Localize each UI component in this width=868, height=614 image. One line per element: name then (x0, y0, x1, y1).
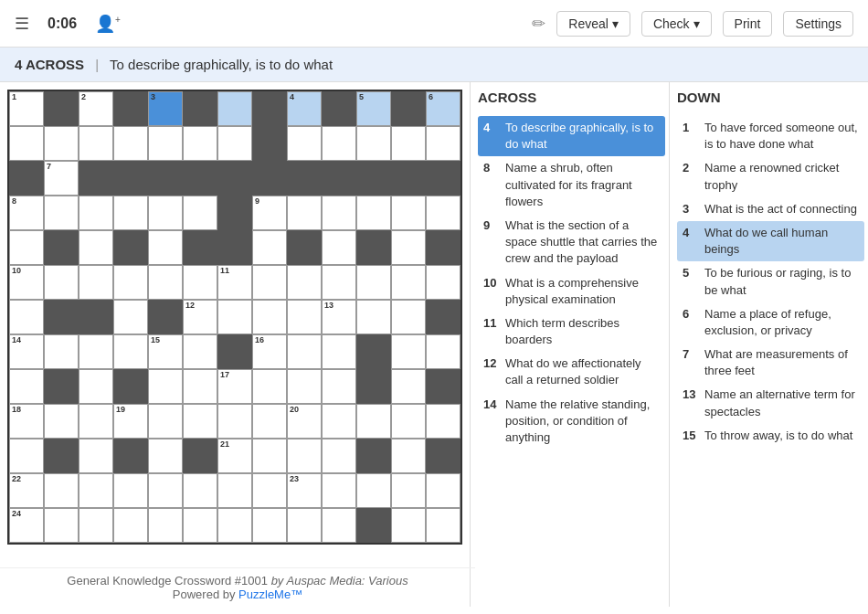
grid-cell-5-11[interactable] (391, 265, 426, 300)
grid-cell-2-5[interactable] (183, 161, 217, 196)
grid-cell-4-6[interactable] (217, 230, 252, 265)
grid-cell-6-5[interactable]: 12 (183, 300, 217, 334)
grid-cell-12-3[interactable] (113, 508, 148, 543)
grid-cell-4-8[interactable] (287, 230, 322, 265)
grid-cell-10-9[interactable] (322, 439, 356, 473)
grid-cell-2-10[interactable] (356, 161, 391, 196)
grid-cell-12-9[interactable] (322, 508, 356, 543)
grid-cell-9-11[interactable] (391, 404, 426, 439)
grid-cell-6-1[interactable] (44, 300, 79, 334)
grid-cell-7-8[interactable] (287, 334, 322, 369)
reveal-button[interactable]: Reveal ▾ (556, 11, 630, 37)
print-button[interactable]: Print (723, 11, 773, 37)
grid-cell-8-7[interactable] (252, 369, 287, 404)
grid-cell-6-6[interactable] (217, 300, 252, 334)
grid-cell-5-9[interactable] (322, 265, 356, 300)
down-clue-2[interactable]: 2Name a renowned cricket trophy (677, 156, 864, 196)
grid-cell-11-1[interactable] (44, 473, 79, 508)
grid-cell-9-4[interactable] (148, 404, 183, 439)
grid-cell-1-12[interactable] (426, 126, 460, 161)
grid-cell-0-0[interactable]: 1 (9, 91, 44, 126)
grid-cell-2-3[interactable] (113, 161, 148, 196)
grid-cell-0-3[interactable] (113, 91, 148, 126)
grid-cell-8-2[interactable] (79, 369, 113, 404)
grid-cell-5-6[interactable]: 11 (217, 265, 252, 300)
grid-cell-1-9[interactable] (322, 126, 356, 161)
grid-cell-10-2[interactable] (79, 439, 113, 473)
grid-cell-0-10[interactable]: 5 (356, 91, 391, 126)
across-clue-14[interactable]: 14Name the relative standing, position, … (478, 393, 665, 450)
grid-cell-12-10[interactable] (356, 508, 391, 543)
crossword-grid[interactable]: 123456789101112131415161718192021222324 (7, 90, 462, 545)
grid-cell-4-2[interactable] (79, 230, 113, 265)
grid-cell-12-12[interactable] (426, 508, 460, 543)
grid-cell-1-3[interactable] (113, 126, 148, 161)
down-clue-5[interactable]: 5To be furious or raging, is to be what (677, 261, 864, 302)
grid-cell-2-4[interactable] (148, 161, 183, 196)
grid-cell-6-4[interactable] (148, 300, 183, 334)
grid-cell-12-7[interactable] (252, 508, 287, 543)
grid-cell-1-10[interactable] (356, 126, 391, 161)
grid-cell-9-0[interactable]: 18 (9, 404, 44, 439)
grid-cell-8-12[interactable] (426, 369, 460, 404)
grid-cell-6-10[interactable] (356, 300, 391, 334)
grid-cell-4-3[interactable] (113, 230, 148, 265)
grid-cell-2-6[interactable] (217, 161, 252, 196)
grid-cell-7-3[interactable] (113, 334, 148, 369)
grid-cell-4-1[interactable] (44, 230, 79, 265)
grid-cell-6-2[interactable] (79, 300, 113, 334)
grid-cell-8-11[interactable] (391, 369, 426, 404)
grid-cell-9-7[interactable] (252, 404, 287, 439)
grid-cell-10-6[interactable]: 21 (217, 439, 252, 473)
grid-cell-12-2[interactable] (79, 508, 113, 543)
grid-cell-11-2[interactable] (79, 473, 113, 508)
settings-button[interactable]: Settings (783, 11, 853, 37)
grid-cell-0-2[interactable]: 2 (79, 91, 113, 126)
grid-cell-8-6[interactable]: 17 (217, 369, 252, 404)
grid-cell-3-9[interactable] (322, 196, 356, 230)
grid-cell-5-3[interactable] (113, 265, 148, 300)
across-clue-4[interactable]: 4To describe graphically, is to do what (478, 116, 665, 156)
grid-cell-7-11[interactable] (391, 334, 426, 369)
grid-cell-0-1[interactable] (44, 91, 79, 126)
grid-cell-9-9[interactable] (322, 404, 356, 439)
grid-cell-11-8[interactable]: 23 (287, 473, 322, 508)
grid-cell-11-9[interactable] (322, 473, 356, 508)
grid-cell-3-0[interactable]: 8 (9, 196, 44, 230)
grid-cell-11-4[interactable] (148, 473, 183, 508)
grid-cell-7-7[interactable]: 16 (252, 334, 287, 369)
down-clue-4[interactable]: 4What do we call human beings (677, 221, 864, 261)
grid-cell-2-12[interactable] (426, 161, 460, 196)
grid-cell-11-12[interactable] (426, 473, 460, 508)
down-clue-6[interactable]: 6Name a place of refuge, exclusion, or p… (677, 302, 864, 343)
grid-cell-6-12[interactable] (426, 300, 460, 334)
grid-cell-0-5[interactable] (183, 91, 217, 126)
grid-cell-10-3[interactable] (113, 439, 148, 473)
grid-cell-5-8[interactable] (287, 265, 322, 300)
across-clue-12[interactable]: 12What do we affectionately call a retur… (478, 352, 665, 392)
grid-cell-7-1[interactable] (44, 334, 79, 369)
grid-cell-10-10[interactable] (356, 439, 391, 473)
grid-cell-2-8[interactable] (287, 161, 322, 196)
grid-cell-11-3[interactable] (113, 473, 148, 508)
grid-cell-1-1[interactable] (44, 126, 79, 161)
grid-cell-8-1[interactable] (44, 369, 79, 404)
grid-cell-12-4[interactable] (148, 508, 183, 543)
grid-cell-5-4[interactable] (148, 265, 183, 300)
grid-cell-6-0[interactable] (9, 300, 44, 334)
grid-cell-4-12[interactable] (426, 230, 460, 265)
grid-cell-12-11[interactable] (391, 508, 426, 543)
grid-cell-0-7[interactable] (252, 91, 287, 126)
grid-cell-4-0[interactable] (9, 230, 44, 265)
grid-cell-7-6[interactable] (217, 334, 252, 369)
grid-cell-1-5[interactable] (183, 126, 217, 161)
grid-cell-4-9[interactable] (322, 230, 356, 265)
grid-cell-0-4[interactable]: 3 (148, 91, 183, 126)
grid-cell-8-8[interactable] (287, 369, 322, 404)
grid-cell-5-5[interactable] (183, 265, 217, 300)
grid-cell-11-10[interactable] (356, 473, 391, 508)
menu-icon[interactable]: ☰ (15, 14, 29, 34)
grid-cell-6-9[interactable]: 13 (322, 300, 356, 334)
grid-cell-8-5[interactable] (183, 369, 217, 404)
grid-cell-9-1[interactable] (44, 404, 79, 439)
